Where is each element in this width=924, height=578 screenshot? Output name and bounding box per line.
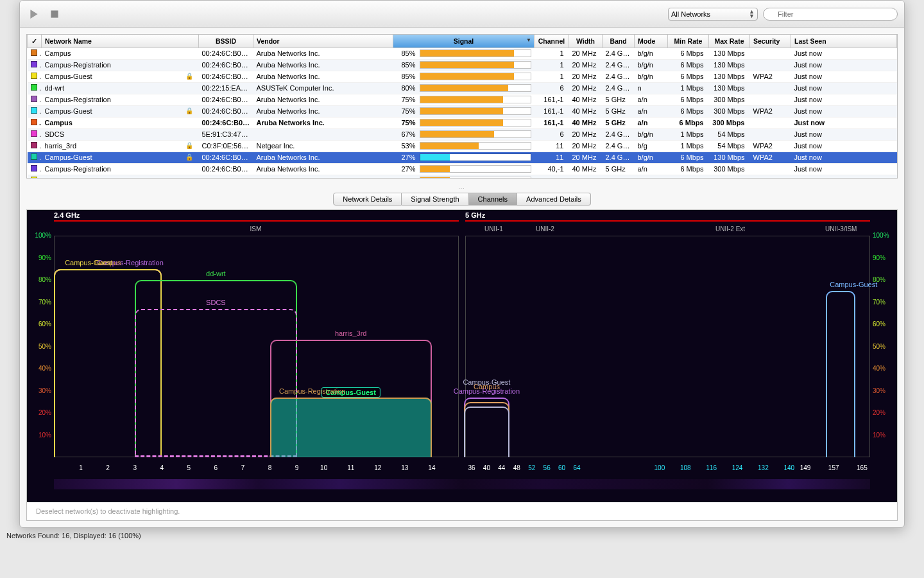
- band-label-24: 2.4 GHz: [54, 211, 80, 219]
- col-header[interactable]: Width: [569, 35, 603, 48]
- col-header[interactable]: Signal: [393, 35, 535, 48]
- hump-label: dd-wrt: [206, 270, 226, 277]
- col-header[interactable]: ✓: [28, 35, 42, 48]
- table-row[interactable]: ✓Campus-Guest🔒00:24:6C:B0…Aruba Networks…: [28, 71, 897, 82]
- col-header[interactable]: Mode: [635, 35, 668, 48]
- channel-hump: [464, 407, 509, 457]
- table-row[interactable]: ✓SDCS5E:91:C3:47…67%620 MHz2.4 GHzb/g/n1…: [28, 128, 897, 140]
- lock-icon: 🔒: [185, 142, 193, 149]
- filter-input[interactable]: [763, 8, 898, 21]
- col-header[interactable]: Vendor: [253, 35, 393, 48]
- hump-label: Campus-Guest: [463, 378, 510, 386]
- plot-5ghz: [465, 236, 870, 457]
- hump-label: Campus-Guest: [830, 281, 877, 288]
- col-header[interactable]: Min Rate: [668, 35, 709, 48]
- channel-hump: [826, 291, 855, 457]
- lock-icon: 🔒: [185, 73, 193, 80]
- tab-signal-strength[interactable]: Signal Strength: [402, 193, 468, 206]
- col-header[interactable]: Security: [750, 35, 791, 48]
- network-scope-label: All Networks: [671, 10, 710, 18]
- col-header[interactable]: Last Seen: [791, 35, 897, 48]
- table-row[interactable]: ✓Campus00:24:6C:B0…Aruba Networks Inc.75…: [28, 117, 897, 128]
- hump-label: Campus-Registration: [279, 387, 345, 395]
- chart-hint: Deselect network(s) to deactivate highli…: [27, 502, 897, 520]
- lock-icon: 🔒: [185, 107, 193, 114]
- channel-chart[interactable]: 2.4 GHz5 GHzISMUNII-1UNII-2UNII-2 ExtUNI…: [27, 210, 897, 502]
- table-row[interactable]: ✓Campus-Registration00:24:6C:B0…Aruba Ne…: [28, 175, 897, 179]
- col-header[interactable]: Max Rate: [709, 35, 750, 48]
- network-scope-select[interactable]: All Networks ▲▼: [668, 8, 758, 21]
- band-label-5: 5 GHz: [465, 211, 485, 219]
- updown-icon: ▲▼: [749, 10, 755, 19]
- spectrum-bar: [54, 479, 870, 489]
- stop-button[interactable]: [47, 6, 62, 22]
- channel-chart-wrap: 2.4 GHz5 GHzISMUNII-1UNII-2UNII-2 ExtUNI…: [26, 209, 898, 521]
- detail-tabs: Network DetailsSignal StrengthChannelsAd…: [20, 193, 904, 206]
- status-bar: Networks Found: 16, Displayed: 16 (100%): [0, 528, 924, 543]
- table-row[interactable]: ✓Campus-Registration00:24:6C:B0…Aruba Ne…: [28, 59, 897, 71]
- table-row[interactable]: ✓Campus-Registration00:24:6C:B0…Aruba Ne…: [28, 163, 897, 175]
- tab-channels[interactable]: Channels: [469, 193, 517, 206]
- table-row[interactable]: ✓Campus-Registration00:24:6C:B0…Aruba Ne…: [28, 94, 897, 105]
- table-row[interactable]: ✓Campus00:24:6C:B0…Aruba Networks Inc.85…: [28, 48, 897, 59]
- tab-advanced-details[interactable]: Advanced Details: [517, 193, 591, 206]
- col-header[interactable]: Band: [603, 35, 635, 48]
- network-table: ✓Network NameBSSIDVendorSignalChannelWid…: [26, 34, 898, 179]
- svg-rect-0: [51, 10, 58, 17]
- hump-label: SDCS: [206, 299, 226, 306]
- hump-label: Campus-Guest: [65, 259, 112, 267]
- table-row[interactable]: ✓Campus-Guest🔒00:24:6C:B0…Aruba Networks…: [28, 152, 897, 163]
- channel-hump: [270, 398, 432, 457]
- col-header[interactable]: BSSID: [199, 35, 253, 48]
- app-window: All Networks ▲▼ 🔍 ✓Network NameBSSIDVend…: [19, 0, 905, 528]
- col-header[interactable]: Network Name: [42, 35, 199, 48]
- col-header[interactable]: Channel: [535, 35, 569, 48]
- tab-network-details[interactable]: Network Details: [333, 193, 402, 206]
- hump-label: harris_3rd: [335, 329, 367, 337]
- toolbar: All Networks ▲▼ 🔍: [20, 1, 904, 28]
- lock-icon: 🔒: [185, 153, 193, 161]
- table-row[interactable]: ✓dd-wrt00:22:15:EA…ASUSTeK Computer Inc.…: [28, 82, 897, 94]
- splitter-handle[interactable]: ⋯: [20, 185, 904, 191]
- table-row[interactable]: ✓Campus-Guest🔒00:24:6C:B0…Aruba Networks…: [28, 105, 897, 117]
- play-button[interactable]: [26, 6, 42, 22]
- table-row[interactable]: ✓harris_3rd🔒C0:3F:0E:56…Netgear Inc.53%1…: [28, 140, 897, 152]
